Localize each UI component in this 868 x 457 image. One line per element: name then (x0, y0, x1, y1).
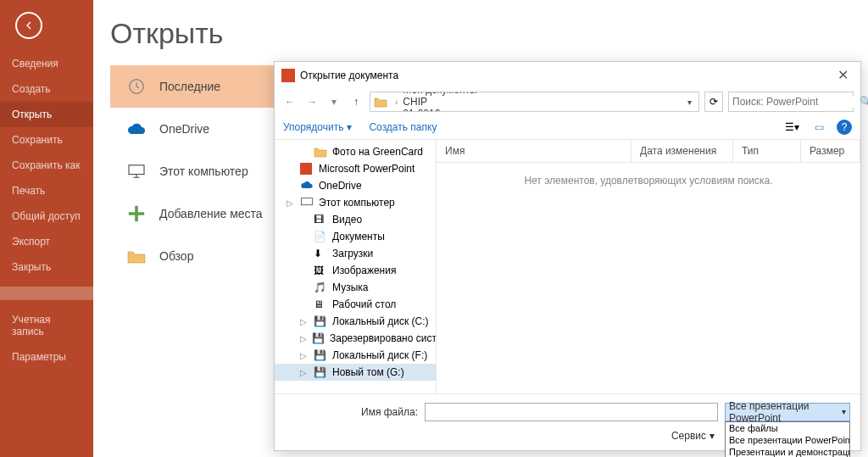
tree-item[interactable]: Microsoft PowerPoint (275, 160, 436, 177)
tree-item[interactable]: ⬇Загрузки (275, 245, 436, 262)
nav-forward-button[interactable]: → (303, 93, 320, 110)
column-header[interactable]: Дата изменения (632, 140, 733, 162)
tree-item[interactable]: 📄Документы (275, 228, 436, 245)
chevron-down-icon: ▾ (347, 121, 352, 133)
sidebar-item[interactable]: Учетная запись (0, 307, 93, 344)
sidebar-item[interactable]: Экспорт (0, 229, 93, 254)
location-label: Обзор (159, 249, 193, 263)
tree-item[interactable]: 🖥Рабочий стол (275, 296, 436, 313)
expand-icon[interactable]: ▷ (287, 198, 295, 208)
sidebar-item[interactable]: Сохранить как (0, 153, 93, 178)
tree-item[interactable]: 🖼Изображения (275, 262, 436, 279)
tree-label: Рабочий стол (332, 298, 396, 310)
help-button[interactable]: ? (837, 120, 852, 135)
expand-icon[interactable]: ▷ (300, 368, 309, 377)
location-item[interactable]: Этот компьютер (110, 150, 280, 192)
tree-item[interactable]: ▷Этот компьютер (275, 194, 436, 211)
location-item[interactable]: OneDrive (110, 108, 280, 150)
breadcrumb-bar[interactable]: › Новый том (G:)›Мои документы›CHIP›01-2… (370, 92, 699, 112)
column-header[interactable]: Имя (437, 140, 632, 162)
tree-label: Музыка (332, 281, 368, 293)
column-header[interactable]: Размер (801, 140, 860, 162)
sidebar-item[interactable]: Закрыть (0, 254, 93, 280)
chevron-down-icon: ▾ (709, 430, 715, 442)
new-folder-button[interactable]: Создать папку (369, 121, 437, 133)
nav-up-button[interactable]: ↑ (348, 93, 364, 110)
empty-message: Нет элементов, удовлетворяющих условиям … (437, 163, 860, 393)
expand-icon[interactable]: ▷ (300, 334, 307, 343)
preview-pane-button[interactable]: ▭ (810, 119, 828, 136)
tree-label: Этот компьютер (319, 197, 395, 209)
backstage-nav: СведенияСоздатьОткрытьСохранитьСохранить… (0, 51, 93, 370)
location-item[interactable]: Добавление места (110, 192, 280, 235)
tree-item[interactable]: OneDrive (275, 177, 436, 194)
tree-item[interactable]: 🎞Видео (275, 211, 436, 228)
filetype-option[interactable]: Презентации и демонстрации (726, 446, 849, 457)
filetype-dropdown: Все файлыВсе презентации PowerPointПрезе… (725, 421, 850, 457)
powerpoint-icon (281, 69, 295, 82)
close-button[interactable]: ✕ (832, 67, 854, 83)
search-icon[interactable]: 🔍 (860, 96, 868, 108)
add-place-icon (125, 203, 147, 225)
search-input[interactable] (732, 96, 860, 108)
nav-back-button[interactable]: ← (281, 93, 298, 110)
tree-item[interactable]: ▷💾Локальный диск (C:) (275, 313, 436, 330)
dl-icon: ⬇ (314, 248, 327, 259)
sidebar-item[interactable]: Печать (0, 178, 93, 203)
drive-icon: 💾 (314, 349, 327, 361)
breadcrumb-segment[interactable]: ›01-2016 (392, 108, 477, 112)
pc-icon (300, 197, 314, 209)
tree-item[interactable]: ▷💾Зарезервировано системой (D:) (275, 330, 436, 347)
tree-label: Локальный диск (C:) (332, 315, 429, 327)
browse-icon (125, 245, 147, 267)
drive-icon: 💾 (312, 332, 325, 344)
expand-icon[interactable]: ▷ (300, 351, 309, 360)
sidebar-item[interactable]: Параметры (0, 344, 93, 370)
filetype-option[interactable]: Все файлы (726, 422, 849, 434)
refresh-button[interactable]: ⟳ (704, 92, 723, 112)
chevron-right-icon: › (395, 92, 398, 95)
desk-icon: 🖥 (314, 298, 327, 310)
column-headers: ИмяДата измененияТипРазмер (437, 140, 860, 163)
filetype-select[interactable]: Все презентации PowerPoint ▾ (725, 403, 850, 421)
tree-label: Изображения (332, 265, 396, 276)
sidebar-item[interactable]: Открыть (0, 102, 93, 127)
filename-label: Имя файла: (361, 406, 418, 418)
chevron-right-icon: › (395, 109, 398, 113)
tree-item[interactable]: Фото на GreenCard (275, 143, 436, 160)
organize-button[interactable]: Упорядочить ▾ (283, 121, 352, 133)
location-label: Последние (159, 80, 220, 93)
filetype-option[interactable]: Все презентации PowerPoint (726, 434, 849, 446)
filename-input[interactable] (425, 403, 718, 421)
page-title: Открыть (110, 17, 868, 50)
tree-label: Зарезервировано системой (D:) (330, 332, 437, 344)
location-list: ПоследниеOneDriveЭтот компьютерДобавлени… (110, 65, 280, 277)
sidebar-item[interactable]: Создать (0, 76, 93, 102)
tree-label: Microsoft PowerPoint (319, 163, 415, 175)
location-label: Этот компьютер (159, 164, 248, 178)
tree-label: Новый том (G:) (332, 366, 404, 378)
img-icon: 🖼 (314, 265, 327, 276)
sidebar-item[interactable]: Сведения (0, 51, 93, 76)
backstage-sidebar: СведенияСоздатьОткрытьСохранитьСохранить… (0, 0, 93, 457)
expand-icon[interactable]: ▷ (300, 317, 309, 326)
tree-item[interactable]: ▷💾Новый том (G:) (275, 364, 436, 381)
back-button[interactable] (15, 12, 42, 39)
service-button[interactable]: Сервис ▾ (671, 430, 715, 442)
search-box[interactable]: 🔍 (728, 92, 854, 112)
tree-item[interactable]: ▷💾Локальный диск (F:) (275, 347, 436, 364)
svg-rect-2 (301, 198, 312, 205)
sidebar-item[interactable]: Общий доступ (0, 203, 93, 229)
sidebar-item[interactable]: Сохранить (0, 127, 93, 153)
nav-recent-button[interactable]: ▾ (326, 93, 342, 110)
pp-icon (300, 163, 314, 175)
chevron-down-icon[interactable]: ▾ (684, 98, 695, 107)
location-item[interactable]: Обзор (110, 235, 280, 277)
tree-item[interactable]: 🎵Музыка (275, 279, 436, 296)
folder-icon (314, 146, 327, 158)
location-item[interactable]: Последние (110, 65, 280, 108)
view-options-button[interactable]: ☰▾ (782, 119, 801, 136)
breadcrumb-segment[interactable]: ›CHIP (392, 96, 477, 108)
tree-label: Документы (332, 231, 385, 242)
column-header[interactable]: Тип (733, 140, 801, 162)
